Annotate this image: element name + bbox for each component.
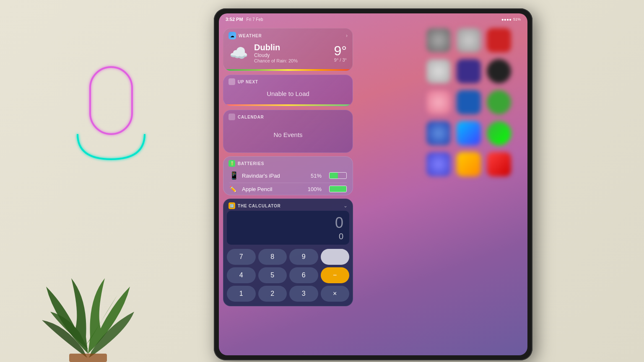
plant bbox=[21, 236, 155, 362]
app-icon-9[interactable] bbox=[487, 90, 511, 114]
upnext-header: UP NEXT bbox=[223, 75, 353, 87]
weather-color-bar bbox=[223, 69, 353, 71]
app-icon-3[interactable] bbox=[487, 28, 511, 52]
pencil-battery-fill bbox=[330, 186, 346, 192]
upnext-message: Unable to Load bbox=[267, 90, 309, 97]
upnext-widget[interactable]: UP NEXT Unable to Load bbox=[223, 75, 353, 106]
ipad-battery-fill bbox=[330, 173, 338, 178]
calc-btn-multiply[interactable]: × bbox=[321, 286, 350, 302]
app-icon-4[interactable] bbox=[426, 59, 451, 83]
ipad-battery-bar bbox=[329, 172, 347, 179]
calculator-buttons: 7 8 9 4 5 6 − 1 2 3 × bbox=[223, 247, 353, 306]
widgets-panel: ☁ WEATHER › ☁️ Dublin Cloudy Chance of R… bbox=[223, 28, 353, 306]
calc-btn-empty[interactable] bbox=[321, 249, 350, 265]
wifi-icon: ●●●● bbox=[501, 17, 512, 22]
app-icon-2[interactable] bbox=[457, 28, 481, 52]
neon-microphone bbox=[65, 54, 157, 230]
upnext-app-icon bbox=[229, 78, 235, 85]
status-date: Fri 7 Feb bbox=[247, 17, 263, 22]
ipad-battery-percent: 51% bbox=[311, 173, 322, 179]
pencil-device-icon: ✏️ bbox=[229, 186, 238, 192]
calculator-sub-value: 0 bbox=[339, 232, 343, 241]
status-bar: 3:52 PM Fri 7 Feb ●●●● 51% bbox=[219, 13, 527, 25]
weather-title: WEATHER bbox=[239, 34, 262, 38]
app-icon-1[interactable] bbox=[426, 28, 451, 52]
app-icon-11[interactable] bbox=[457, 121, 481, 145]
calc-btn-4[interactable]: 4 bbox=[227, 267, 256, 283]
calc-btn-8[interactable]: 8 bbox=[258, 249, 287, 265]
ipad-device-name: Ravindar's iPad bbox=[242, 173, 306, 179]
ipad-device: 3:52 PM Fri 7 Feb ●●●● 51% bbox=[214, 8, 532, 360]
pencil-battery-bar bbox=[329, 186, 347, 192]
calc-btn-7[interactable]: 7 bbox=[227, 249, 256, 265]
app-icon-12[interactable] bbox=[487, 121, 511, 145]
upnext-content: Unable to Load bbox=[223, 87, 353, 104]
batteries-title: BATTERIES bbox=[238, 161, 264, 166]
weather-cloud-icon: ☁️ bbox=[229, 44, 248, 62]
app-icon-10[interactable] bbox=[426, 121, 451, 145]
ipad-device-icon: 📱 bbox=[229, 171, 238, 180]
weather-range: 9° / 3° bbox=[334, 57, 347, 62]
app-icon-13[interactable] bbox=[426, 152, 451, 176]
weather-info: Dublin Cloudy Chance of Rain: 20% bbox=[254, 43, 328, 63]
calc-btn-6[interactable]: 6 bbox=[289, 267, 318, 283]
calculator-header: 🔢 THE CALCULATOR ⌄ bbox=[223, 199, 353, 211]
calculator-widget[interactable]: 🔢 THE CALCULATOR ⌄ 0 0 7 8 9 bbox=[223, 199, 353, 306]
battery-item-ipad: 📱 Ravindar's iPad 51% bbox=[223, 168, 353, 183]
batteries-header: 🔋 BATTERIES bbox=[223, 157, 353, 168]
calc-btn-minus[interactable]: − bbox=[321, 267, 350, 283]
batteries-widget[interactable]: 🔋 BATTERIES 📱 Ravindar's iPad 51% ✏️ bbox=[223, 156, 353, 195]
weather-app-icon: ☁ bbox=[229, 32, 236, 39]
battery-item-pencil: ✏️ Apple Pencil 100% bbox=[223, 183, 353, 195]
calc-btn-9[interactable]: 9 bbox=[289, 249, 318, 265]
svg-rect-0 bbox=[90, 67, 132, 134]
app-icon-14[interactable] bbox=[457, 152, 481, 176]
calendar-title: CALENDAR bbox=[238, 115, 264, 119]
weather-header: ☁ WEATHER › bbox=[223, 28, 353, 41]
app-grid-right bbox=[412, 28, 525, 183]
app-icon-6[interactable] bbox=[487, 59, 511, 83]
battery-icon: 51% bbox=[513, 17, 521, 21]
calc-btn-5[interactable]: 5 bbox=[258, 267, 287, 283]
svg-rect-10 bbox=[69, 354, 107, 362]
calc-btn-2[interactable]: 2 bbox=[258, 286, 287, 302]
calculator-chevron-icon[interactable]: ⌄ bbox=[343, 203, 348, 209]
upnext-title: UP NEXT bbox=[238, 80, 258, 84]
app-icon-7[interactable] bbox=[426, 90, 451, 114]
weather-condition: Cloudy bbox=[254, 52, 328, 58]
pencil-battery-percent: 100% bbox=[308, 186, 322, 192]
app-icon-15[interactable] bbox=[487, 152, 511, 176]
calendar-content: No Events bbox=[223, 122, 353, 153]
app-icon-5[interactable] bbox=[457, 59, 481, 83]
calendar-no-events: No Events bbox=[229, 125, 347, 144]
weather-temperature: 9° bbox=[334, 44, 347, 57]
app-icon-8[interactable] bbox=[457, 90, 481, 114]
weather-chevron-icon[interactable]: › bbox=[346, 33, 348, 39]
weather-rain-chance: Chance of Rain: 20% bbox=[254, 58, 328, 63]
calculator-main-value: 0 bbox=[335, 214, 343, 232]
calendar-widget[interactable]: CALENDAR No Events bbox=[223, 110, 353, 153]
status-time: 3:52 PM bbox=[226, 17, 243, 22]
weather-temp-section: 9° 9° / 3° bbox=[334, 44, 347, 62]
pencil-device-name: Apple Pencil bbox=[242, 186, 304, 192]
calc-btn-3[interactable]: 3 bbox=[289, 286, 318, 302]
calendar-app-icon bbox=[229, 114, 235, 120]
calculator-title: THE CALCULATOR bbox=[238, 204, 281, 208]
weather-city: Dublin bbox=[254, 43, 328, 52]
calc-btn-1[interactable]: 1 bbox=[227, 286, 256, 302]
ipad-screen: 3:52 PM Fri 7 Feb ●●●● 51% bbox=[219, 13, 527, 355]
calculator-app-icon: 🔢 bbox=[229, 202, 235, 209]
weather-widget[interactable]: ☁ WEATHER › ☁️ Dublin Cloudy Chance of R… bbox=[223, 28, 353, 71]
calculator-display: 0 0 bbox=[227, 211, 349, 245]
calendar-header: CALENDAR bbox=[223, 110, 353, 122]
status-icons: ●●●● 51% bbox=[501, 17, 521, 22]
batteries-app-icon: 🔋 bbox=[229, 160, 235, 167]
weather-content: ☁️ Dublin Cloudy Chance of Rain: 20% 9° … bbox=[223, 41, 353, 69]
